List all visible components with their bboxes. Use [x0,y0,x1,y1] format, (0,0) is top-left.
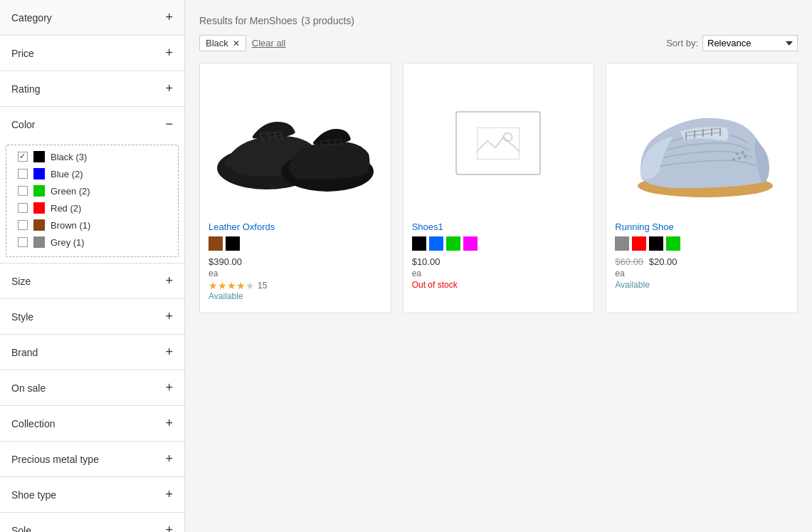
color-option-green[interactable]: Green (2) [18,185,167,197]
filter-label-category: Category [11,12,52,24]
active-filter-black[interactable]: Black ✕ [199,35,246,51]
filter-section-category: Category + [0,0,184,36]
price-value-0: $390.00 [209,256,242,267]
filter-section-shoe-type: Shoe type + [0,477,184,513]
filter-toggle-size[interactable]: Size + [0,264,184,298]
main-content: Results for MenShoes (3 products) Black … [185,0,812,532]
filter-label-price: Price [11,48,34,59]
filter-toggle-collection[interactable]: Collection + [0,406,184,441]
product-stock-2: Available [615,280,789,290]
filter-label-rating: Rating [11,83,40,95]
product-swatches-2 [615,236,789,251]
filter-toggle-price[interactable]: Price + [0,36,184,71]
color-option-red[interactable]: Red (2) [18,202,167,214]
filter-label-on-sale: On sale [11,382,46,394]
placeholder-image-1 [455,111,541,175]
filter-tags-row: Black ✕ Clear all Sort by: Relevance Pri… [199,35,798,51]
product-title-0[interactable]: Leather Oxfords [209,221,382,232]
rating-count-0: 15 [258,281,267,291]
color-label-black: Black (3) [51,152,87,162]
swatch-1-blue[interactable] [429,236,443,251]
swatch-1-magenta[interactable] [463,236,478,251]
color-option-blue[interactable]: Blue (2) [18,168,167,179]
filter-section-collection: Collection + [0,406,184,442]
color-option-black[interactable]: Black (3) [18,151,167,162]
filter-label-precious-metal: Precious metal type [11,454,99,465]
filter-label-color: Color [11,119,35,130]
swatch-2-grey[interactable] [615,236,629,251]
product-stock-0: Available [209,291,382,301]
product-card-leather-oxfords: Leather Oxfords $390.00 ea ★ ★ ★ ★ ★ [199,63,391,313]
filter-label-collection: Collection [11,418,55,429]
sort-row: Sort by: Relevance Price: Low to High Pr… [666,35,798,51]
color-swatch-red [33,202,45,214]
color-option-brown[interactable]: Brown (1) [18,219,167,231]
filter-toggle-precious-metal[interactable]: Precious metal type + [0,442,184,476]
color-checkbox-blue[interactable] [18,169,28,179]
product-unit-0: ea [209,268,382,278]
product-stock-1: Out of stock [412,280,586,290]
star-3: ★ [227,280,236,291]
active-filter-black-label: Black [206,38,228,48]
filter-toggle-brand[interactable]: Brand + [0,335,184,370]
product-card-running-shoe: Running Shoe $60.00 $20.00 ea Available [606,63,798,313]
color-label-red: Red (2) [51,203,81,214]
product-title-1[interactable]: Shoes1 [412,221,586,232]
filter-section-on-sale: On sale + [0,370,184,406]
product-unit-2: ea [615,268,789,278]
svg-point-27 [738,157,741,160]
svg-point-15 [504,132,512,141]
swatch-0-brown[interactable] [209,236,223,251]
product-grid: Leather Oxfords $390.00 ea ★ ★ ★ ★ ★ [199,63,798,313]
filter-toggle-style[interactable]: Style + [0,299,184,334]
filter-toggle-category[interactable]: Category + [0,0,184,35]
filter-label-shoe-type: Shoe type [11,489,56,501]
filter-toggle-rating[interactable]: Rating + [0,71,184,106]
star-4: ★ [236,280,246,291]
sort-label: Sort by: [666,38,698,48]
filter-section-brand: Brand + [0,335,184,370]
filter-toggle-color[interactable]: Color − [0,107,184,142]
plus-icon-rating: + [165,81,173,96]
remove-filter-black-button[interactable]: ✕ [233,38,240,48]
swatch-2-black[interactable] [649,236,663,251]
star-5: ★ [246,280,255,291]
plus-icon-precious-metal: + [165,452,173,466]
filter-toggle-on-sale[interactable]: On sale + [0,370,184,405]
product-card-shoes1: Shoes1 $10.00 ea Out of stock [403,63,595,313]
plus-icon-size: + [165,273,173,288]
product-price-0: $390.00 [209,256,382,267]
color-checkbox-grey[interactable] [18,237,28,247]
swatch-1-black[interactable] [412,236,426,251]
filter-label-sole: Sole [11,525,31,533]
svg-point-26 [732,158,735,161]
stars-0: ★ ★ ★ ★ ★ [209,280,255,291]
color-checkbox-red[interactable] [18,203,28,213]
color-checkbox-black[interactable] [18,152,28,162]
star-2: ★ [218,280,227,291]
swatch-0-black[interactable] [226,236,240,251]
color-label-grey: Grey (1) [51,237,85,248]
color-option-grey[interactable]: Grey (1) [18,236,167,248]
product-unit-1: ea [412,268,586,278]
filter-section-price: Price + [0,36,184,71]
color-swatch-brown [33,219,45,231]
swatch-1-green[interactable] [446,236,460,251]
product-rating-0: ★ ★ ★ ★ ★ 15 [209,280,382,291]
color-checkbox-green[interactable] [18,186,28,196]
sort-select[interactable]: Relevance Price: Low to High Price: High… [702,35,798,51]
filter-toggle-shoe-type[interactable]: Shoe type + [0,477,184,512]
product-title-2[interactable]: Running Shoe [615,221,789,232]
plus-icon-brand: + [165,345,173,360]
clear-all-button[interactable]: Clear all [252,38,286,48]
swatch-2-green[interactable] [666,236,680,251]
plus-icon-price: + [165,46,173,61]
plus-icon-collection: + [165,416,173,431]
minus-icon-color: − [165,117,173,132]
color-filter-body: Black (3) Blue (2) Green (2) [6,145,179,257]
filter-toggle-sole[interactable]: Sole + [0,513,184,532]
swatch-2-red[interactable] [632,236,646,251]
star-1: ★ [209,280,218,291]
color-swatch-blue [33,168,45,179]
color-checkbox-brown[interactable] [18,220,28,230]
